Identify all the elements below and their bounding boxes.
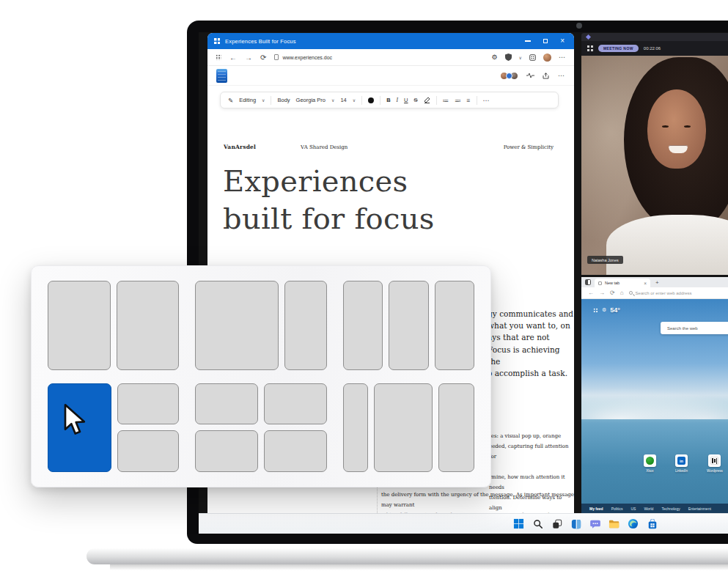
font-size-dropdown[interactable]: 14 — [340, 97, 346, 103]
chevron-down-icon[interactable]: ∨ — [519, 55, 522, 60]
profile-avatar[interactable] — [543, 54, 551, 62]
chevron-down-icon[interactable]: ∨ — [331, 97, 334, 103]
tab-close-icon[interactable]: × — [644, 281, 647, 286]
collaborator-avatars[interactable] — [500, 72, 518, 80]
quick-link-wordpress[interactable]: Wordpress — [707, 454, 723, 473]
maximize-icon[interactable] — [543, 39, 548, 43]
snap-zone[interactable] — [195, 383, 258, 425]
minimize-icon[interactable] — [525, 40, 531, 42]
browser-window: New tab × + ← → ⟳ ⌂ Search or enter web … — [581, 277, 728, 513]
feed-nav: My feed Politics US World Technology Ent… — [581, 504, 728, 513]
task-view-icon[interactable] — [550, 517, 564, 531]
snap-zone[interactable] — [117, 430, 180, 472]
feed-item-entertainment[interactable]: Entertainment — [688, 507, 711, 511]
snap-option-three-columns[interactable] — [343, 281, 474, 370]
collections-icon[interactable] — [529, 54, 536, 61]
workspaces-icon[interactable] — [585, 279, 591, 285]
snap-zone[interactable] — [284, 281, 327, 370]
bullet-list-icon[interactable]: ≔ — [443, 97, 449, 104]
chat-icon[interactable] — [588, 517, 602, 531]
more-icon[interactable]: ⋯ — [559, 54, 566, 61]
share-icon[interactable] — [543, 73, 550, 79]
snap-zone[interactable] — [195, 281, 279, 370]
address-field[interactable]: www.experiences.doc — [274, 54, 483, 60]
feed-item-politics[interactable]: Politics — [611, 507, 623, 511]
tab-title: New tab — [605, 281, 619, 285]
snap-zone[interactable] — [117, 281, 180, 370]
snap-zone[interactable] — [389, 281, 428, 370]
web-search-box[interactable]: Search the web — [661, 322, 728, 334]
back-icon[interactable]: ← — [588, 290, 594, 296]
participant-face — [647, 89, 706, 169]
snap-zone[interactable] — [435, 281, 474, 370]
doc-subtitle: VA Shared Design — [301, 144, 348, 150]
feed-item-technology[interactable]: Technology — [661, 507, 680, 511]
search-icon[interactable] — [531, 517, 545, 531]
snap-zone[interactable] — [264, 430, 327, 472]
numbered-list-icon[interactable]: ≕ — [455, 97, 461, 104]
participant-shirt — [606, 215, 728, 275]
gallery-grid-icon[interactable] — [587, 45, 593, 51]
snap-zone[interactable] — [264, 383, 327, 425]
snap-zone[interactable] — [438, 383, 474, 473]
xbox-icon — [644, 454, 656, 467]
widgets-icon[interactable] — [569, 517, 583, 531]
snap-zone[interactable] — [374, 383, 433, 473]
italic-button[interactable]: I — [397, 97, 399, 103]
chevron-down-icon[interactable]: ∨ — [353, 97, 356, 103]
quick-link-linkedin[interactable]: in LinkedIn — [675, 454, 688, 473]
snap-zone[interactable] — [195, 430, 258, 472]
snap-zone[interactable] — [343, 383, 368, 473]
snap-zone[interactable] — [48, 281, 111, 370]
quick-link-xbox[interactable]: Xbox — [644, 454, 656, 473]
snap-option-narrow-wide-narrow[interactable] — [343, 383, 474, 473]
home-icon[interactable]: ⌂ — [620, 290, 624, 296]
highlighter-icon[interactable] — [424, 97, 430, 103]
editing-mode-dropdown[interactable]: Editing — [239, 97, 256, 103]
style-dropdown[interactable]: Body — [277, 97, 290, 103]
snap-option-quad[interactable] — [195, 383, 326, 473]
refresh-icon[interactable]: ⟳ — [260, 54, 266, 62]
snap-option-wide-left[interactable] — [195, 281, 326, 370]
address-input[interactable]: Search or enter web address — [629, 291, 692, 295]
start-button[interactable] — [512, 517, 526, 531]
back-icon[interactable]: ← — [229, 54, 237, 62]
more-icon[interactable]: ⋯ — [483, 97, 490, 104]
feed-item-us[interactable]: US — [630, 507, 636, 511]
feed-item-world[interactable]: World — [644, 507, 653, 511]
browser-tab-bar: New tab × + — [581, 277, 728, 287]
forward-icon[interactable]: → — [245, 54, 252, 62]
align-icon[interactable]: ≡ — [467, 97, 471, 104]
snap-zone[interactable] — [117, 383, 180, 425]
layout-grid-icon[interactable] — [593, 308, 598, 313]
new-tab-icon[interactable]: + — [655, 279, 659, 286]
edge-icon[interactable] — [626, 517, 640, 531]
bold-button[interactable]: B — [386, 97, 390, 103]
activity-icon[interactable] — [526, 73, 534, 78]
browser-address-bar: ← → ⟳ ⌂ Search or enter web address — [581, 287, 728, 299]
strikethrough-button[interactable]: S — [414, 97, 418, 103]
word-app-icon[interactable] — [216, 69, 227, 83]
snap-zone[interactable] — [343, 281, 383, 370]
store-icon[interactable] — [645, 517, 659, 531]
shield-icon[interactable] — [505, 54, 512, 61]
weather-widget[interactable]: ⚙ 54° — [593, 306, 620, 314]
quick-links: Xbox in LinkedIn Wordpress — [644, 454, 723, 473]
font-name-dropdown[interactable]: Georgia Pro — [296, 97, 326, 103]
chevron-down-icon[interactable]: ∨ — [262, 97, 265, 103]
waffle-icon[interactable] — [216, 54, 221, 60]
file-explorer-icon[interactable] — [607, 517, 621, 531]
settings-sparkle-icon[interactable]: ⚙ — [492, 54, 498, 61]
more-icon[interactable]: ⋯ — [558, 72, 565, 79]
refresh-icon[interactable]: ⟳ — [610, 290, 615, 296]
avatar-badge — [506, 73, 512, 79]
font-color-icon[interactable] — [368, 97, 374, 103]
feed-item-my-feed[interactable]: My feed — [589, 507, 603, 511]
close-icon[interactable]: × — [560, 39, 565, 43]
page-settings-icon[interactable]: ⚙ — [602, 307, 606, 313]
browser-tab[interactable]: New tab × — [595, 279, 650, 287]
window-controls: × — [525, 39, 567, 43]
forward-icon[interactable]: → — [599, 290, 605, 296]
snap-option-two-columns[interactable] — [48, 281, 179, 370]
underline-button[interactable]: U — [404, 97, 408, 103]
